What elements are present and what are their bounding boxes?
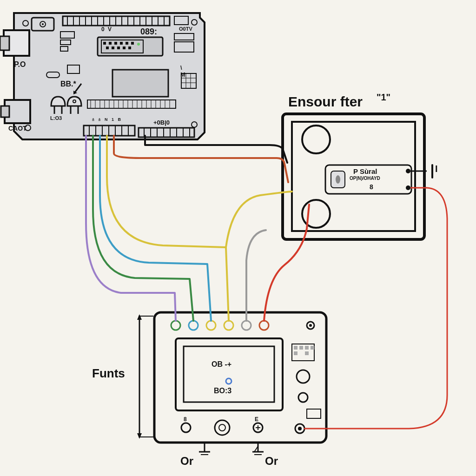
bottom-footer-left: Or xyxy=(180,455,193,468)
svg-rect-123 xyxy=(299,346,303,350)
arduino-header-bottom: +0B|0 xyxy=(153,119,170,126)
svg-point-138 xyxy=(298,427,302,430)
bottom-footer-right: Or xyxy=(265,455,278,468)
svg-point-100 xyxy=(302,126,330,153)
svg-rect-30 xyxy=(103,42,106,45)
svg-rect-40 xyxy=(128,46,131,49)
svg-point-133 xyxy=(219,424,225,431)
wiring-diagram xyxy=(0,0,476,476)
svg-rect-38 xyxy=(117,46,120,49)
bottom-module-chip2: BO:3 xyxy=(214,387,231,395)
right-module-inner3: 8 xyxy=(370,183,373,191)
svg-rect-31 xyxy=(109,42,112,45)
svg-rect-126 xyxy=(294,351,298,355)
svg-rect-124 xyxy=(305,346,309,350)
svg-point-131 xyxy=(181,423,191,432)
svg-rect-1 xyxy=(0,36,9,50)
bottom-module-side: Funts xyxy=(92,366,125,381)
svg-rect-125 xyxy=(311,346,314,350)
svg-point-129 xyxy=(298,393,308,402)
svg-rect-130 xyxy=(307,409,321,418)
svg-rect-122 xyxy=(294,346,298,350)
svg-point-6 xyxy=(42,23,44,25)
svg-point-115 xyxy=(259,321,269,330)
svg-point-128 xyxy=(297,370,310,383)
svg-point-101 xyxy=(302,200,330,228)
bottom-module xyxy=(137,312,326,455)
svg-rect-47 xyxy=(112,70,168,97)
arduino-port-label-bottom: CAOT xyxy=(8,125,27,132)
arduino-header-right: O0TV xyxy=(179,26,192,32)
arduino-pin-d: 0 V xyxy=(101,26,112,33)
svg-rect-3 xyxy=(1,106,9,117)
wire-orange xyxy=(114,136,288,182)
svg-point-112 xyxy=(206,321,216,330)
right-module-title: Ensour fter xyxy=(288,94,363,110)
right-module-inner2: OP|N)/OHAYD xyxy=(350,176,380,181)
svg-point-132 xyxy=(215,420,230,435)
arduino-chip-text: 089: xyxy=(140,27,157,37)
svg-point-114 xyxy=(242,321,251,330)
svg-rect-39 xyxy=(123,46,126,49)
svg-point-111 xyxy=(189,321,198,330)
svg-rect-34 xyxy=(126,42,128,45)
svg-rect-33 xyxy=(120,42,123,45)
svg-point-104 xyxy=(336,175,340,184)
svg-point-120 xyxy=(226,378,231,384)
wire-red-inner xyxy=(264,205,309,321)
svg-point-113 xyxy=(224,321,233,330)
right-module-suffix: "1" xyxy=(377,92,390,103)
wire-gray xyxy=(246,230,266,321)
svg-rect-127 xyxy=(305,351,309,355)
bottom-module-chip1: OB -+ xyxy=(212,360,231,369)
svg-rect-35 xyxy=(131,42,134,45)
right-module-terminal: I xyxy=(435,164,438,174)
svg-point-110 xyxy=(171,321,180,330)
svg-point-117 xyxy=(309,324,312,327)
svg-point-106 xyxy=(406,185,410,190)
svg-point-105 xyxy=(406,169,410,173)
svg-rect-32 xyxy=(114,42,117,45)
svg-rect-118 xyxy=(176,338,283,410)
svg-rect-109 xyxy=(154,312,326,443)
arduino-bb-label: BB.* xyxy=(60,80,76,88)
svg-point-41 xyxy=(137,43,140,46)
svg-rect-37 xyxy=(112,46,114,49)
arduino-port-label-top: P.O xyxy=(14,60,26,69)
svg-rect-36 xyxy=(106,46,109,49)
right-module-inner1: P Sùral xyxy=(353,167,377,175)
arduino-led-label: L:O3 xyxy=(50,115,62,121)
